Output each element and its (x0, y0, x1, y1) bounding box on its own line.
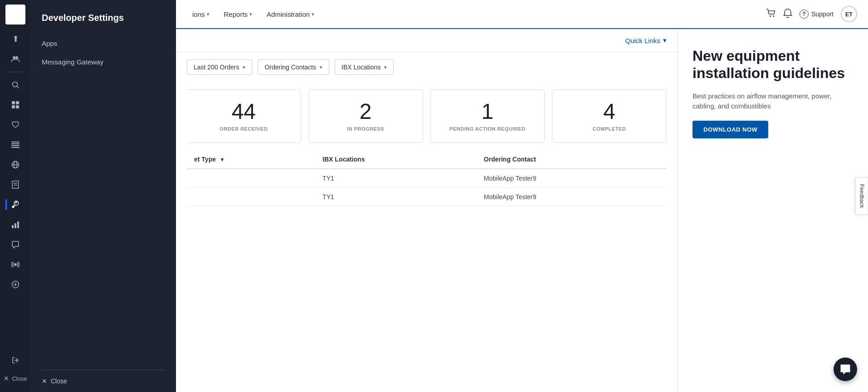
row-asset-type (187, 169, 315, 188)
svg-point-4 (13, 56, 15, 59)
svg-rect-0 (10, 10, 12, 19)
book-nav-icon[interactable] (5, 176, 25, 194)
globe-nav-icon[interactable] (5, 156, 25, 174)
nav-item-ions[interactable]: ions ▾ (187, 7, 215, 22)
ions-chevron-icon: ▾ (207, 11, 210, 17)
quick-links-chevron-icon: ▾ (663, 36, 667, 44)
order-received-count: 44 (194, 101, 293, 122)
support-button[interactable]: ? Support (800, 10, 834, 19)
quick-links-bar: Quick Links ▾ (176, 29, 678, 52)
close-dev-panel-btn[interactable]: ✕ Close (2, 369, 29, 387)
svg-point-31 (770, 15, 771, 17)
svg-point-5 (15, 56, 18, 59)
svg-point-27 (14, 263, 17, 266)
stat-card-order-received[interactable]: 44 ORDER RECEIVED (187, 89, 301, 143)
main-content: ions ▾ Reports ▾ Administration ▾ ? Supp… (176, 0, 868, 392)
col-ibx-locations: IBX Locations (315, 150, 477, 169)
promo-description: Best practices on airflow management, po… (692, 91, 853, 112)
svg-rect-12 (11, 142, 20, 142)
tools-nav-icon[interactable] (5, 196, 25, 214)
svg-rect-11 (16, 105, 19, 108)
col-ordering-contact: Ordering Contact (477, 150, 667, 169)
help-circle-icon: ? (800, 10, 809, 19)
svg-rect-24 (12, 225, 14, 228)
in-progress-count: 2 (316, 101, 415, 122)
promo-title: New equipment installation guidelines (692, 47, 853, 82)
row-ibx: TY1 (315, 188, 477, 206)
orders-table-section: et Type ▼ IBX Locations Ordering Contact (176, 150, 678, 217)
table-nav-icon[interactable] (5, 96, 25, 114)
reports-chevron-icon: ▾ (249, 11, 252, 17)
feedback-tab[interactable]: Feedback (856, 177, 868, 215)
dev-menu-messaging[interactable]: Messaging Gateway (31, 53, 176, 71)
columns-nav-icon[interactable] (5, 136, 25, 154)
svg-rect-2 (16, 10, 18, 19)
svg-rect-19 (12, 181, 19, 188)
col-asset-type[interactable]: et Type ▼ (187, 150, 315, 169)
last200-chevron-icon: ▾ (243, 64, 245, 70)
filter-row: Last 200 Orders ▾ Ordering Contacts ▾ IB… (176, 52, 678, 82)
dev-settings-title: Developer Settings (31, 0, 176, 34)
orders-table: et Type ▼ IBX Locations Ordering Contact (187, 150, 667, 206)
upload-nav-icon[interactable]: ⬆ (5, 30, 25, 48)
svg-rect-8 (12, 101, 15, 104)
nav-item-reports[interactable]: Reports ▾ (219, 7, 258, 22)
row-contact: MobileApp Tester9 (477, 188, 667, 206)
logout-nav-icon[interactable] (5, 351, 25, 369)
quick-links-button[interactable]: Quick Links ▾ (625, 36, 667, 44)
table-row[interactable]: TY1 MobileApp Tester9 (187, 188, 667, 206)
users-nav-icon[interactable] (5, 50, 25, 68)
completed-label: COMPLETED (560, 126, 659, 132)
chart-nav-icon[interactable] (5, 216, 25, 234)
cart-icon[interactable] (766, 8, 776, 20)
row-ibx: TY1 (315, 169, 477, 188)
download-now-button[interactable]: DOWNLOAD NOW (692, 121, 768, 138)
dev-menu-apps[interactable]: Apps (31, 34, 176, 53)
bell-icon[interactable] (783, 8, 792, 20)
nav-item-administration[interactable]: Administration ▾ (261, 7, 320, 22)
asset-type-sort-icon: ▼ (219, 157, 225, 163)
ordering-contacts-chevron-icon: ▾ (320, 64, 322, 70)
svg-rect-26 (17, 221, 19, 228)
stat-card-in-progress[interactable]: 2 IN PROGRESS (308, 89, 423, 143)
svg-rect-25 (15, 223, 16, 228)
broadcast-nav-icon[interactable] (5, 255, 25, 274)
in-progress-label: IN PROGRESS (316, 126, 415, 132)
svg-rect-14 (11, 145, 20, 146)
svg-rect-3 (19, 10, 20, 19)
header-actions: ? Support ET (766, 6, 857, 22)
chat-nav-icon[interactable] (5, 235, 25, 254)
health-nav-icon[interactable] (5, 116, 25, 134)
last-200-orders-dropdown[interactable]: Last 200 Orders ▾ (187, 59, 252, 75)
developer-settings-panel: Developer Settings Apps Messaging Gatewa… (31, 0, 176, 392)
page-body: Quick Links ▾ Last 200 Orders ▾ Ordering… (176, 29, 868, 392)
svg-rect-1 (13, 10, 15, 19)
svg-rect-13 (11, 143, 20, 144)
pending-action-label: PENDING ACTION REQUIRED (438, 126, 537, 132)
header-nav: ions ▾ Reports ▾ Administration ▾ (187, 7, 755, 22)
search-nav-icon[interactable] (5, 76, 25, 94)
chat-bubble-button[interactable] (834, 358, 857, 381)
dev-close-button[interactable]: ✕ Close (31, 370, 176, 392)
nav-divider (7, 72, 24, 72)
order-received-label: ORDER RECEIVED (194, 126, 293, 132)
stat-card-completed[interactable]: 4 COMPLETED (552, 89, 667, 143)
add-profile-nav-icon[interactable] (5, 275, 25, 294)
svg-rect-10 (12, 105, 15, 108)
promo-panel: New equipment installation guidelines Be… (678, 29, 868, 392)
top-header: ions ▾ Reports ▾ Administration ▾ ? Supp… (176, 0, 868, 29)
ibx-locations-dropdown[interactable]: IBX Locations ▾ (335, 59, 394, 75)
ibx-locations-chevron-icon: ▾ (384, 64, 387, 70)
ordering-contacts-dropdown[interactable]: Ordering Contacts ▾ (258, 59, 329, 75)
table-row[interactable]: TY1 MobileApp Tester9 (187, 169, 667, 188)
svg-rect-9 (16, 101, 19, 104)
user-avatar[interactable]: ET (841, 6, 857, 22)
completed-count: 4 (560, 101, 659, 122)
orders-section: Quick Links ▾ Last 200 Orders ▾ Ordering… (176, 29, 678, 392)
close-x-icon: ✕ (42, 377, 47, 385)
pending-action-count: 1 (438, 101, 537, 122)
table-header-row: et Type ▼ IBX Locations Ordering Contact (187, 150, 667, 169)
svg-point-32 (773, 15, 774, 17)
stat-card-pending-action[interactable]: 1 PENDING ACTION REQUIRED (430, 89, 545, 143)
app-logo[interactable] (5, 5, 25, 24)
